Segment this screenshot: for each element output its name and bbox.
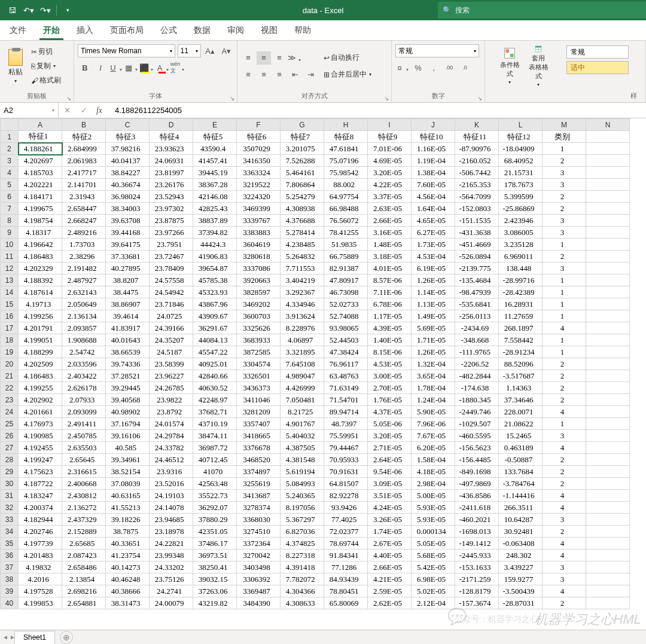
cell[interactable]: 42248.97 (193, 394, 237, 406)
cell[interactable]: 24.00079 (150, 597, 193, 609)
cell[interactable]: 42351.05 (193, 526, 237, 538)
cell[interactable]: 3278374 (237, 502, 281, 514)
cell[interactable]: 36973.51 (193, 550, 237, 561)
formula-input[interactable]: 4.18826112254005 (106, 106, 646, 115)
col-header[interactable]: C (106, 119, 150, 131)
paste-button[interactable]: 粘贴 ▾ (4, 45, 28, 87)
cell[interactable]: 41070 (193, 466, 237, 478)
cell[interactable]: 4.188392 (19, 274, 62, 286)
cell[interactable]: 41.55213 (106, 502, 150, 514)
cell[interactable]: -535.6841 (455, 298, 499, 310)
cell[interactable]: 6.827036 (281, 526, 324, 538)
header-cell[interactable]: 特征4 (150, 131, 193, 143)
cell[interactable]: 7.711553 (281, 263, 324, 274)
cell[interactable]: 52.44503 (324, 334, 368, 346)
cell[interactable]: 3.65E-04 (412, 370, 455, 382)
cell[interactable]: -2445.933 (455, 550, 499, 561)
cell[interactable]: 4.201483 (19, 550, 62, 561)
cell[interactable]: 4.199255 (19, 382, 62, 394)
cell[interactable]: 24.35207 (150, 334, 193, 346)
cell[interactable]: -18.04909 (499, 143, 543, 155)
cell[interactable]: 3418665 (237, 430, 281, 442)
cell[interactable]: -1880.345 (455, 394, 499, 406)
cell[interactable]: -497.9869 (455, 478, 499, 490)
cell[interactable]: 46.73098 (324, 286, 368, 298)
cell[interactable]: 3224320 (237, 191, 281, 203)
cell[interactable]: 52.74088 (324, 310, 368, 322)
cell[interactable]: -2449.746 (455, 406, 499, 418)
cell[interactable]: 2 (543, 454, 586, 466)
cell[interactable] (586, 322, 630, 334)
cell[interactable]: 88.002 (324, 179, 368, 191)
cell[interactable]: 2.698216 (62, 585, 106, 597)
cell[interactable] (586, 550, 630, 561)
row-header[interactable]: 27 (1, 442, 19, 454)
cell[interactable]: 39.40568 (106, 394, 150, 406)
col-header[interactable]: N (586, 119, 630, 131)
cell[interactable]: 24.57558 (150, 274, 193, 286)
cell[interactable]: 39.63708 (106, 215, 150, 227)
cell[interactable]: 51.9835 (324, 239, 368, 251)
cell[interactable]: 3416350 (237, 155, 281, 167)
cell[interactable]: 3.404219 (281, 274, 324, 286)
row-header[interactable]: 40 (1, 597, 19, 609)
cell[interactable]: 4.24E-05 (368, 502, 412, 514)
cell[interactable] (586, 597, 630, 609)
cell[interactable]: 24.33202 (150, 561, 193, 573)
cell[interactable]: 1.74E-05 (368, 526, 412, 538)
cell[interactable]: 66.75889 (324, 251, 368, 263)
cell[interactable]: 39.34961 (106, 454, 150, 466)
cell[interactable] (586, 143, 630, 155)
col-header[interactable]: H (324, 119, 368, 131)
cell[interactable]: 4.69E-05 (368, 155, 412, 167)
copy-button[interactable]: ⎘复制▾ (30, 60, 62, 73)
cell[interactable]: -2171.259 (455, 573, 499, 585)
cell[interactable]: 7.782072 (281, 573, 324, 585)
cell[interactable]: 3 (543, 179, 586, 191)
cell[interactable]: -0.50887 (499, 454, 543, 466)
cell[interactable]: 178.7673 (499, 179, 543, 191)
phonetic-button[interactable]: wén文 (171, 61, 185, 74)
cell[interactable]: 8.197056 (281, 502, 324, 514)
row-header[interactable]: 18 (1, 334, 19, 346)
tab-view[interactable]: 视图 (252, 20, 286, 40)
cell[interactable]: 2.437329 (62, 514, 106, 526)
cell[interactable]: 76.56072 (324, 215, 368, 227)
cell[interactable]: 4.192455 (19, 442, 62, 454)
cell[interactable]: 4.308633 (281, 597, 324, 609)
cell[interactable]: 1.38E-04 (412, 167, 455, 179)
cell[interactable]: 0.000134 (412, 526, 455, 538)
cell[interactable]: 21.08622 (499, 418, 543, 430)
cell[interactable]: 1.26E-05 (412, 274, 455, 286)
cell[interactable]: 40.98902 (106, 406, 150, 418)
col-header[interactable]: J (412, 119, 455, 131)
cell[interactable]: 36291.67 (193, 322, 237, 334)
row-header[interactable]: 14 (1, 286, 19, 298)
cell[interactable]: 1 (543, 143, 586, 155)
cell[interactable]: 3304574 (237, 358, 281, 370)
cell[interactable]: 71.63149 (324, 382, 368, 394)
cell[interactable]: -25.86869 (499, 203, 543, 215)
cell[interactable]: 47.80917 (324, 274, 368, 286)
cell[interactable]: 23.8792 (150, 406, 193, 418)
cell[interactable]: 45323.93 (193, 286, 237, 298)
cell[interactable]: 41.23754 (106, 550, 150, 561)
cell[interactable]: 3604619 (237, 239, 281, 251)
cell[interactable]: -111.9765 (455, 346, 499, 358)
cell[interactable]: 70.91631 (324, 466, 368, 478)
cell[interactable]: -174.638 (455, 382, 499, 394)
cell[interactable]: 15.2465 (499, 430, 543, 442)
cell[interactable]: 70.95933 (324, 454, 368, 466)
cell[interactable]: 3920663 (237, 274, 281, 286)
cell[interactable]: 2.98E-04 (412, 478, 455, 490)
cell[interactable]: 2.684999 (62, 143, 106, 155)
cell[interactable]: 2.403422 (62, 370, 106, 382)
cell[interactable]: 1.14E-05 (412, 286, 455, 298)
cell[interactable]: 4.190985 (19, 430, 62, 442)
cell[interactable]: 43710.19 (193, 418, 237, 430)
cell[interactable]: 1.26E-05 (412, 346, 455, 358)
cell[interactable]: 82.91387 (324, 263, 368, 274)
shrink-font-icon[interactable]: A▾ (220, 44, 233, 57)
cell[interactable]: 38.31473 (106, 597, 150, 609)
cell[interactable]: 5.05E-06 (368, 418, 412, 430)
